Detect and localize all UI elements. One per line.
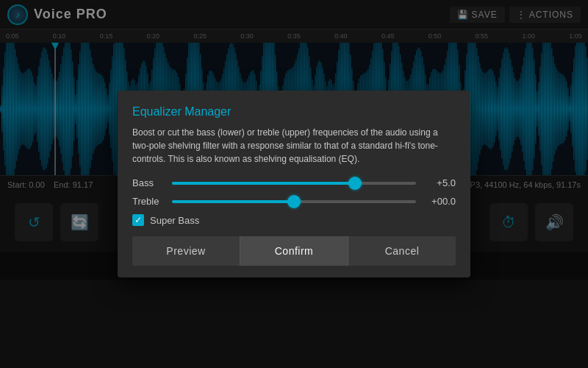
treble-slider-row: Treble +00.0 [132, 196, 456, 207]
overlay: Equalizer Manager Boost or cut the bass … [0, 0, 588, 368]
bass-slider[interactable] [172, 182, 416, 185]
super-bass-label: Super Bass [150, 215, 199, 226]
treble-label: Treble [132, 196, 165, 207]
dialog-description: Boost or cut the bass (lower) or treble … [132, 126, 456, 166]
treble-value: +00.0 [423, 196, 456, 207]
equalizer-dialog: Equalizer Manager Boost or cut the bass … [118, 91, 470, 277]
dialog-buttons: Preview Confirm Cancel [132, 236, 456, 266]
super-bass-row[interactable]: ✓ Super Bass [132, 214, 456, 226]
bass-label: Bass [132, 177, 165, 188]
dialog-title: Equalizer Manager [132, 105, 456, 118]
bass-fill [172, 182, 355, 185]
preview-button[interactable]: Preview [132, 236, 240, 266]
super-bass-checkbox[interactable]: ✓ [132, 214, 144, 226]
treble-slider[interactable] [172, 200, 416, 203]
bass-thumb [348, 177, 362, 190]
treble-fill [172, 200, 294, 203]
treble-thumb [287, 195, 301, 208]
cancel-button[interactable]: Cancel [348, 236, 456, 266]
confirm-button[interactable]: Confirm [240, 236, 348, 266]
bass-value: +5.0 [423, 177, 456, 188]
bass-slider-row: Bass +5.0 [132, 177, 456, 188]
